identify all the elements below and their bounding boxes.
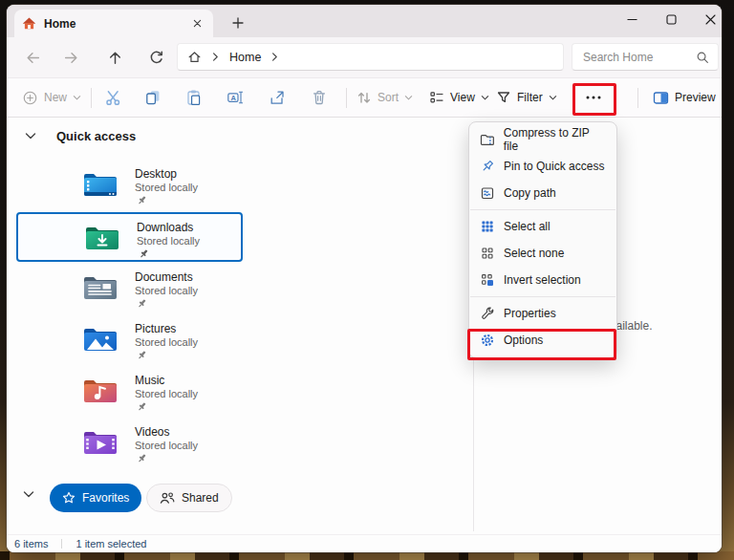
navigation-bar: Home (7, 37, 722, 77)
menu-label: Select none (504, 247, 564, 260)
maximize-button[interactable] (652, 7, 690, 32)
copy-button[interactable] (140, 84, 165, 111)
new-button[interactable]: New (18, 84, 85, 111)
view-label: View (450, 91, 475, 104)
file-name: Pictures (135, 322, 176, 335)
search-input[interactable] (581, 50, 696, 65)
copy-icon (144, 89, 162, 106)
file-explorer-window: Home (7, 5, 722, 552)
sort-label: Sort (378, 91, 399, 104)
menu-item-pin-to-quick-access[interactable]: Pin to Quick access (469, 153, 616, 180)
status-divider (61, 539, 62, 549)
file-status: Stored locally (135, 182, 198, 193)
command-toolbar: New A Sor (7, 77, 722, 118)
tab-close-icon[interactable] (188, 15, 205, 32)
file-row-videos[interactable]: Videos Stored locally (16, 419, 243, 468)
chevron-down-icon (404, 95, 413, 101)
music-folder-icon (83, 377, 118, 405)
pin-icon (137, 298, 147, 309)
videos-folder-icon (83, 428, 118, 457)
new-tab-button[interactable] (227, 12, 248, 33)
toolbar-divider (346, 88, 347, 108)
paste-icon (185, 89, 203, 106)
file-name: Documents (135, 270, 193, 284)
cut-button[interactable] (100, 84, 125, 111)
ellipsis-icon (584, 89, 603, 106)
svg-text:A: A (231, 94, 237, 102)
menu-label: Copy path (504, 186, 556, 200)
breadcrumb-home-icon[interactable] (187, 50, 202, 64)
filter-button[interactable]: Filter (492, 84, 561, 111)
star-icon (62, 491, 76, 505)
file-name: Videos (135, 425, 169, 439)
see-more-button[interactable] (580, 84, 607, 111)
file-row-music[interactable]: Music Stored locally (16, 367, 243, 417)
chevron-down-icon (549, 95, 557, 101)
selection-count: 1 item selected (76, 538, 146, 549)
menu-label: Options (504, 334, 543, 347)
menu-label: Pin to Quick access (504, 160, 604, 173)
tab-home[interactable]: Home (14, 10, 213, 37)
zip-folder-icon (480, 132, 495, 147)
new-label: New (44, 91, 67, 104)
breadcrumb[interactable]: Home (177, 43, 564, 71)
invert-selection-icon (480, 272, 495, 288)
menu-item-properties[interactable]: Properties (469, 300, 616, 327)
gear-icon (480, 333, 495, 348)
shared-tab[interactable]: Shared (146, 484, 232, 512)
rename-button[interactable]: A (223, 84, 248, 111)
chevron-down-icon (481, 95, 489, 101)
filter-label: Filter (517, 91, 543, 104)
documents-folder-icon (83, 273, 118, 302)
delete-button[interactable] (307, 84, 332, 111)
file-row-desktop[interactable]: Desktop Stored locally (16, 161, 243, 210)
preview-toggle[interactable]: Preview (649, 84, 720, 111)
favorites-tab[interactable]: Favorites (50, 484, 141, 512)
pin-icon (137, 350, 147, 360)
menu-label: Compress to ZIP file (504, 126, 606, 153)
file-status: Stored locally (135, 388, 198, 399)
view-button[interactable]: View (425, 84, 493, 111)
close-button[interactable] (691, 7, 722, 32)
minimize-button[interactable] (613, 7, 651, 32)
quick-access-header[interactable]: Quick access (25, 129, 136, 143)
pictures-folder-icon (83, 325, 118, 354)
search-box[interactable] (572, 43, 719, 71)
search-icon[interactable] (696, 51, 709, 64)
select-none-icon (480, 246, 495, 261)
menu-item-select-all[interactable]: Select all (469, 213, 616, 240)
share-icon (269, 89, 286, 106)
share-button[interactable] (265, 84, 290, 111)
menu-item-compress-to-zip[interactable]: Compress to ZIP file (469, 126, 616, 153)
desktop-background: Home (0, 0, 734, 560)
file-row-pictures[interactable]: Pictures Stored locally (16, 315, 243, 365)
favorites-label: Favorites (82, 491, 129, 505)
up-icon[interactable] (103, 46, 126, 69)
sort-button[interactable]: Sort (353, 84, 417, 111)
pin-icon (139, 248, 149, 259)
chevron-right-icon[interactable] (271, 52, 278, 62)
refresh-icon[interactable] (144, 46, 167, 69)
menu-item-options[interactable]: Options (469, 327, 616, 354)
menu-item-invert-selection[interactable]: Invert selection (469, 267, 616, 293)
file-status: Stored locally (135, 336, 198, 348)
downloads-folder-icon (85, 224, 119, 252)
file-row-documents[interactable]: Documents Stored locally (16, 264, 243, 313)
filter-icon (496, 90, 511, 105)
file-row-downloads[interactable]: Downloads Stored locally (16, 212, 243, 262)
home-tab-icon (22, 16, 36, 31)
back-icon[interactable] (21, 46, 44, 69)
tab-title: Home (44, 17, 76, 31)
chevron-down-icon[interactable] (23, 490, 34, 500)
scissors-icon (104, 89, 121, 106)
forward-icon[interactable] (59, 46, 82, 69)
pin-icon (137, 401, 147, 412)
menu-item-copy-path[interactable]: Copy path (469, 180, 616, 206)
toolbar-divider (637, 88, 638, 108)
breadcrumb-item-home[interactable]: Home (229, 51, 261, 64)
chevron-down-icon[interactable] (25, 132, 36, 141)
file-name: Music (135, 374, 164, 387)
menu-item-select-none[interactable]: Select none (469, 240, 616, 267)
paste-button[interactable] (182, 84, 206, 111)
menu-divider (470, 296, 615, 297)
